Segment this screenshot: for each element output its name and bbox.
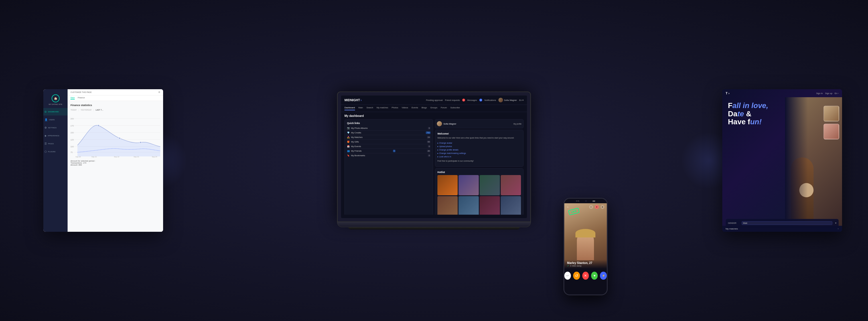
dating-language[interactable]: En › [835, 92, 839, 95]
dating-header: T › Sign In Sign up En › [722, 89, 842, 97]
super-like-button[interactable]: ⚡ [600, 272, 607, 280]
friend-requests[interactable]: Friend requests [445, 99, 460, 101]
nav-mymatches[interactable]: My matches [377, 106, 388, 110]
midnight-content: My dashboard Quick links 📷 My Photo Albu… [341, 112, 527, 215]
dating-panel: T › Sign In Sign up En › [722, 89, 842, 232]
credits-icon: 💎 [347, 131, 350, 134]
svg-text:175: 175 [70, 125, 74, 127]
nav-search[interactable]: Search [366, 106, 373, 110]
rewind-button[interactable]: ↩ [564, 272, 571, 280]
hotlist-avatar-5[interactable] [437, 196, 458, 215]
hotlist-avatar-8[interactable] [501, 196, 521, 215]
messages-link[interactable]: Messages [467, 99, 477, 101]
hotlist-avatar-3[interactable] [479, 175, 500, 195]
welcome-link-details[interactable]: ▸ Change profile details [437, 148, 521, 152]
notifications-link[interactable]: Notifications [485, 99, 496, 101]
users-icon: 👤 [44, 118, 48, 121]
admin-nav-users[interactable]: 👤 USERS [43, 116, 68, 123]
pages-icon: ☰ [44, 142, 47, 145]
skip-button[interactable]: ↺ [573, 272, 580, 280]
quick-link-credits[interactable]: 💎 My Credits 754 [347, 131, 431, 135]
admin-logo-icon: 🏠 MY DATING SITE [43, 92, 68, 107]
friends-badge1: 5 [393, 150, 396, 152]
nav-forum[interactable]: Forum [441, 106, 447, 110]
hotlist-avatar-6[interactable] [459, 196, 479, 215]
headline-un: un! [750, 118, 762, 126]
admin-nav-plugins[interactable]: ⬡ PLUGINS [43, 148, 68, 155]
thumb-1[interactable] [824, 106, 839, 122]
user-name: Sofia Wagner [504, 99, 517, 101]
quick-link-bookmarks[interactable]: 🔖 My Bookmarks 0 [347, 153, 431, 158]
quick-links-card: Quick links 📷 My Photo Albums 0 💎 My Cre… [344, 119, 433, 215]
phone-person-name: Marley Stanton, 27 [567, 261, 604, 264]
period-yesterday[interactable]: YESTERDAY [81, 109, 92, 111]
hotlist-avatar-1[interactable] [437, 175, 458, 195]
tab-finance[interactable]: Finance [78, 97, 85, 99]
svg-text:150: 150 [70, 132, 74, 134]
svg-text:Sep 22: Sep 22 [114, 156, 120, 158]
tab-main[interactable]: Main [70, 97, 75, 99]
nav-dashboard[interactable]: Dashboard [344, 106, 355, 110]
midnight-header-right: Pending approval Friend requests 3 Messa… [426, 98, 524, 102]
quick-link-matches[interactable]: 💑 My Matches 24 [347, 135, 431, 140]
thumb-2[interactable] [824, 124, 839, 139]
nav-events[interactable]: Events [411, 106, 418, 110]
sign-up-link[interactable]: Sign up [825, 92, 832, 95]
quick-link-photoalbums[interactable]: 📷 My Photo Albums 0 [347, 126, 431, 131]
admin-nav-appearance[interactable]: ◈ APPEARANCE [43, 132, 68, 139]
welcome-link-photos[interactable]: ▸ Upload photos [437, 145, 521, 148]
welcome-link-avatar[interactable]: ▸ Change avatar [437, 141, 521, 145]
bookmarks-badge: 0 [428, 154, 431, 157]
nav-main[interactable]: Main [359, 106, 363, 110]
svg-text:75: 75 [70, 151, 73, 153]
sign-in-link[interactable]: Sign In [816, 92, 823, 95]
hotlist-avatar-4[interactable] [501, 175, 521, 195]
matches-icon: 💑 [347, 136, 350, 138]
nav-groups[interactable]: Groups [430, 106, 437, 110]
quick-link-events[interactable]: 📅 My Events 0 [347, 144, 431, 149]
admin-panel: 🏠 MY DATING SITE ⊙ DASHBOARD 👤 USERS ⚙ S… [43, 89, 163, 232]
welcome-card: Welcome! Welcome to our site! Here are a… [435, 130, 524, 167]
hotlist-avatar-7[interactable] [479, 196, 500, 215]
midnight-app: MIDNIGHT › Pending approval Friend reque… [341, 96, 527, 218]
welcome-footer: Feel free to participate in our communit… [437, 160, 521, 163]
profile-name-card: Sofia Wagner [443, 123, 456, 125]
quick-link-gifts[interactable]: 🎁 My Gifts 55 [347, 140, 431, 144]
svg-text:Sep 20: Sep 20 [75, 156, 81, 158]
hotlist-card: Hotlist [435, 168, 524, 215]
welcome-link-whosin[interactable]: ▸ Look who's in [437, 155, 521, 159]
phone-menu-icon[interactable]: ≡ [589, 205, 593, 209]
laptop-screen: MIDNIGHT › Pending approval Friend reque… [341, 96, 527, 218]
admin-nav-pages[interactable]: ☰ PAGES [43, 140, 68, 148]
nav-subscribe[interactable]: Subscribe [450, 106, 460, 110]
admin-nav-dashboard[interactable]: ⊙ DASHBOARD [43, 108, 68, 116]
admin-topbar: CUSTOMIZE THIS PAGE ⚙ [68, 89, 163, 96]
phone-actions: ↩ ↺ ✕ ♥ ⚡ [564, 269, 607, 281]
events-icon: 📅 [347, 145, 350, 148]
gifts-badge: 55 [427, 140, 431, 143]
svg-text:Sep 23: Sep 23 [134, 156, 139, 158]
matches-badge: 24 [427, 136, 431, 138]
nope-button[interactable]: ✕ [582, 272, 589, 280]
nav-videos[interactable]: Videos [402, 106, 408, 110]
headline-prefix: F [728, 101, 733, 110]
quick-link-friends[interactable]: 👥 My Friends 5 28 [347, 149, 431, 153]
welcome-link-matchmaking[interactable]: ▸ Change matchmaking settings [437, 152, 521, 155]
phone-star-icon[interactable]: ★ [600, 205, 604, 209]
nav-photos[interactable]: Photos [392, 106, 398, 110]
pending-approval[interactable]: Pending approval [426, 99, 442, 101]
customize-label: CUSTOMIZE THIS PAGE [70, 91, 92, 93]
laptop-base [337, 222, 531, 227]
gender-filter-select[interactable]: Male Female [742, 221, 832, 225]
dating-content: Fall in love, Date & Have fun! [722, 97, 842, 226]
phone-heart-icon[interactable]: ♥ [595, 205, 599, 209]
period-last7[interactable]: LAST 7... [95, 109, 103, 111]
admin-nav-settings[interactable]: ⚙ SETTINGS [43, 124, 68, 131]
like-button[interactable]: ♥ [591, 272, 598, 280]
transactions-value: Transactions: 174 [70, 162, 160, 164]
nav-blogs[interactable]: Blogs [422, 106, 427, 110]
dating-text-section: Fall in love, Date & Have fun! [722, 97, 774, 226]
period-today[interactable]: TODAY [70, 109, 77, 111]
language-select[interactable]: En ▾ [519, 99, 524, 101]
hotlist-avatar-2[interactable] [459, 175, 479, 195]
